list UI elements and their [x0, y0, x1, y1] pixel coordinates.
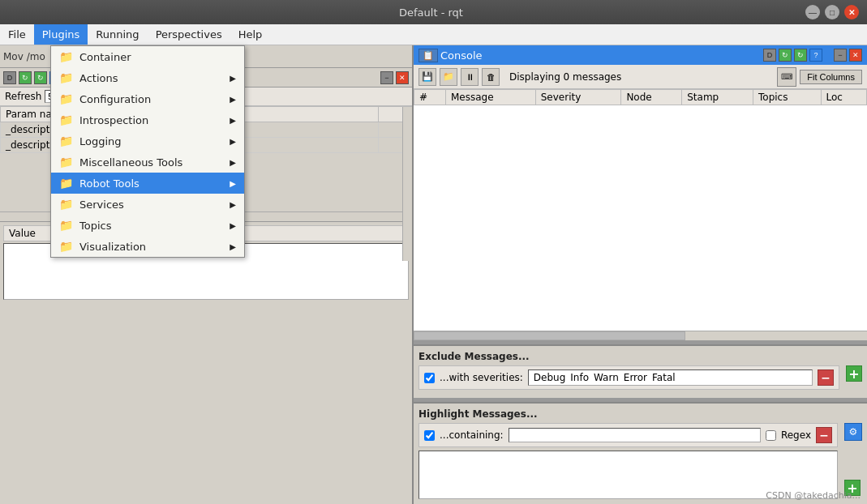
menu-container[interactable]: 📁 Container — [51, 46, 244, 67]
robot-label: Robot Tools — [79, 177, 139, 190]
menu-actions[interactable]: 📁 Actions ▶ — [51, 67, 244, 88]
intro-arrow: ▶ — [230, 116, 236, 125]
menu-configuration[interactable]: 📁 Configuration ▶ — [51, 88, 244, 109]
bottom-message: (System message might be shown here when… — [0, 289, 412, 504]
intro-folder-icon: 📁 — [59, 113, 73, 126]
console-keyboard-btn[interactable]: ⌨ — [777, 67, 796, 87]
severity-debug[interactable]: Debug — [534, 372, 565, 383]
severity-info[interactable]: Info — [570, 372, 589, 383]
plugins-dropdown: 📁 Container 📁 Actions ▶ 📁 Configuration … — [50, 45, 245, 258]
console-plugin: 📋 Console D ↻ ↻ ? − ✕ 💾 📁 ⏸ 🗑 — [414, 45, 867, 504]
console-clear-btn[interactable]: 🗑 — [482, 68, 500, 86]
config-label: Configuration — [79, 93, 151, 105]
console-close-btn[interactable]: ✕ — [849, 49, 862, 62]
minimize-button[interactable]: — — [805, 5, 820, 19]
param-down-btn[interactable]: D — [3, 71, 16, 84]
console-table: # Message Severity Node Stamp Topics Loc — [414, 89, 867, 105]
exclude-title: Exclude Messages... — [418, 351, 862, 362]
logging-label: Logging — [79, 135, 122, 147]
param-dash-btn[interactable]: − — [380, 71, 393, 84]
menu-running[interactable]: Running — [88, 24, 147, 45]
console-pause-btn[interactable]: ⏸ — [461, 68, 479, 86]
container-label: Container — [79, 51, 131, 63]
menu-visualization[interactable]: 📁 Visualization ▶ — [51, 236, 244, 257]
param-refresh-btn[interactable]: ↻ — [19, 71, 32, 84]
col-severity[interactable]: Severity — [535, 90, 621, 105]
misc-folder-icon: 📁 — [59, 156, 73, 169]
menu-introspection[interactable]: 📁 Introspection ▶ — [51, 109, 244, 130]
robot-folder-icon: 📁 — [59, 177, 73, 190]
console-table-area: # Message Severity Node Stamp Topics Loc — [414, 89, 867, 331]
vis-label: Visualization — [79, 241, 146, 253]
services-folder-icon: 📁 — [59, 198, 73, 211]
console-titlebar: 📋 Console D ↻ ↻ ? − ✕ — [414, 45, 867, 65]
vis-arrow: ▶ — [230, 242, 236, 251]
exclude-label: ...with severities: — [440, 372, 523, 383]
menu-misc-tools[interactable]: 📁 Miscellaneous Tools ▶ — [51, 152, 244, 173]
console-toolbar: 💾 📁 ⏸ 🗑 Displaying 0 messages ⌨ Fit Colu… — [414, 65, 867, 89]
menu-file[interactable]: File — [0, 24, 34, 45]
severity-error[interactable]: Error — [624, 372, 647, 383]
robot-arrow: ▶ — [230, 179, 236, 188]
exclude-minus-btn[interactable]: − — [818, 369, 834, 386]
param-refresh2-btn[interactable]: ↻ — [34, 71, 47, 84]
console-save-btn[interactable]: 💾 — [418, 68, 436, 86]
console-load-btn[interactable]: 📁 — [440, 68, 457, 86]
severity-warn[interactable]: Warn — [594, 372, 619, 383]
regex-checkbox[interactable] — [766, 430, 776, 441]
col-message[interactable]: Message — [445, 90, 535, 105]
console-dash-btn[interactable]: − — [834, 49, 847, 62]
highlight-extra-btn[interactable]: ⚙ — [844, 423, 862, 441]
exclude-row: ...with severities: Debug Info Warn Erro… — [418, 365, 839, 390]
console-header-left: 📋 Console — [418, 49, 483, 62]
col-stamp[interactable]: Stamp — [682, 90, 753, 105]
highlight-side-buttons: ⚙ + — [844, 423, 862, 496]
right-panel: 📋 Console D ↻ ↻ ? − ✕ 💾 📁 ⏸ 🗑 — [414, 45, 867, 504]
col-hash[interactable]: # — [414, 90, 446, 105]
exclude-plus-btn[interactable]: + — [846, 365, 862, 382]
misc-arrow: ▶ — [230, 158, 236, 167]
container-folder-icon: 📁 — [59, 50, 73, 63]
console-help-btn[interactable]: ? — [809, 49, 822, 62]
fit-columns-button[interactable]: Fit Columns — [800, 70, 862, 84]
menu-services[interactable]: 📁 Services ▶ — [51, 194, 244, 215]
highlight-checkbox[interactable] — [424, 430, 435, 441]
severity-fatal[interactable]: Fatal — [652, 372, 676, 383]
col-node[interactable]: Node — [621, 90, 682, 105]
menu-robot-tools[interactable]: 📁 Robot Tools ▶ — [51, 173, 244, 194]
misc-label: Miscellaneous Tools — [79, 156, 182, 169]
highlight-input[interactable] — [509, 428, 761, 442]
console-r2-btn[interactable]: ↻ — [794, 49, 807, 62]
highlight-title: Highlight Messages... — [418, 408, 862, 420]
close-button[interactable]: ✕ — [844, 5, 859, 19]
actions-label: Actions — [79, 72, 118, 84]
menu-plugins[interactable]: Plugins — [34, 24, 88, 45]
exclude-checkbox[interactable] — [424, 373, 435, 383]
col-loc[interactable]: Loc — [821, 90, 866, 105]
vis-folder-icon: 📁 — [59, 240, 73, 253]
param-close-btn[interactable]: ✕ — [396, 71, 409, 84]
highlight-minus-btn[interactable]: − — [816, 427, 832, 443]
title-bar: Default - rqt — □ ✕ — [0, 0, 867, 24]
menu-perspectives[interactable]: Perspectives — [148, 24, 230, 45]
highlight-section: Highlight Messages... ...containing: Reg… — [414, 402, 867, 504]
console-hscroll[interactable] — [414, 331, 867, 340]
refresh-label: Refresh — [5, 91, 41, 102]
actions-folder-icon: 📁 — [59, 71, 73, 84]
topics-arrow: ▶ — [230, 221, 236, 230]
regex-label: Regex — [781, 429, 811, 441]
displaying-label: Displaying 0 messages — [509, 71, 621, 83]
logging-arrow: ▶ — [230, 137, 236, 146]
console-d-btn[interactable]: D — [763, 49, 776, 62]
maximize-button[interactable]: □ — [825, 5, 839, 19]
col-topics[interactable]: Topics — [753, 90, 821, 105]
path-label: /mo — [27, 51, 45, 62]
menu-logging[interactable]: 📁 Logging ▶ — [51, 130, 244, 152]
exclude-section: Exclude Messages... ...with severities: … — [414, 344, 867, 398]
menubar: File Plugins Running Perspectives Help — [0, 24, 867, 45]
menu-help[interactable]: Help — [230, 24, 271, 45]
menu-topics[interactable]: 📁 Topics ▶ — [51, 215, 244, 236]
console-r1-btn[interactable]: ↻ — [779, 49, 792, 62]
actions-arrow: ▶ — [230, 74, 236, 83]
console-header-right: D ↻ ↻ ? − ✕ — [763, 49, 862, 62]
